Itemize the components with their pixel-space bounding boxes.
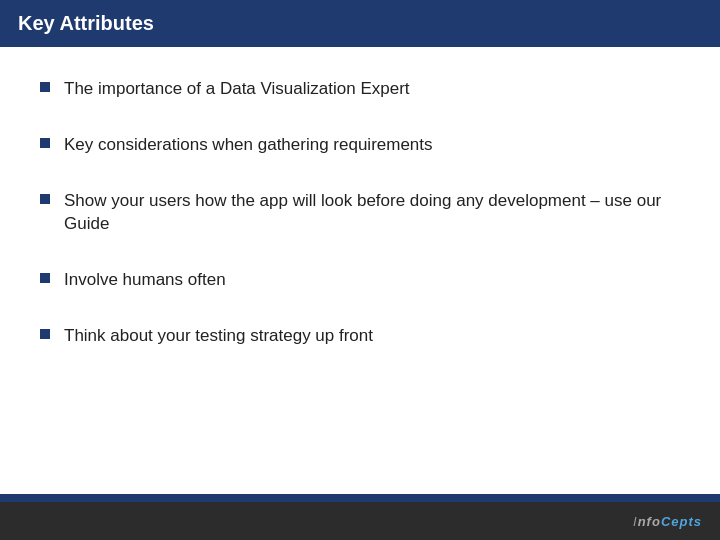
list-item: Key considerations when gathering requir… <box>40 133 680 157</box>
bullet-list: The importance of a Data Visualization E… <box>0 47 720 494</box>
bullet-icon <box>40 138 50 148</box>
list-item: The importance of a Data Visualization E… <box>40 77 680 101</box>
slide-footer: InfoCepts <box>0 494 720 540</box>
bullet-icon <box>40 194 50 204</box>
bullet-text: Involve humans often <box>64 268 226 292</box>
footer-logo-area: InfoCepts <box>0 502 720 540</box>
header-title: Key Attributes <box>18 12 154 35</box>
list-item: Involve humans often <box>40 268 680 292</box>
slide-header: Key Attributes <box>0 0 720 47</box>
bullet-icon <box>40 273 50 283</box>
slide: Key Attributes The importance of a Data … <box>0 0 720 540</box>
bullet-text: Key considerations when gathering requir… <box>64 133 433 157</box>
bullet-text: The importance of a Data Visualization E… <box>64 77 410 101</box>
list-item: Think about your testing strategy up fro… <box>40 324 680 348</box>
bullet-icon <box>40 329 50 339</box>
bullet-text: Show your users how the app will look be… <box>64 189 680 237</box>
logo: InfoCepts <box>633 514 702 529</box>
bullet-text: Think about your testing strategy up fro… <box>64 324 373 348</box>
footer-blue-bar <box>0 494 720 502</box>
bullet-icon <box>40 82 50 92</box>
list-item: Show your users how the app will look be… <box>40 189 680 237</box>
